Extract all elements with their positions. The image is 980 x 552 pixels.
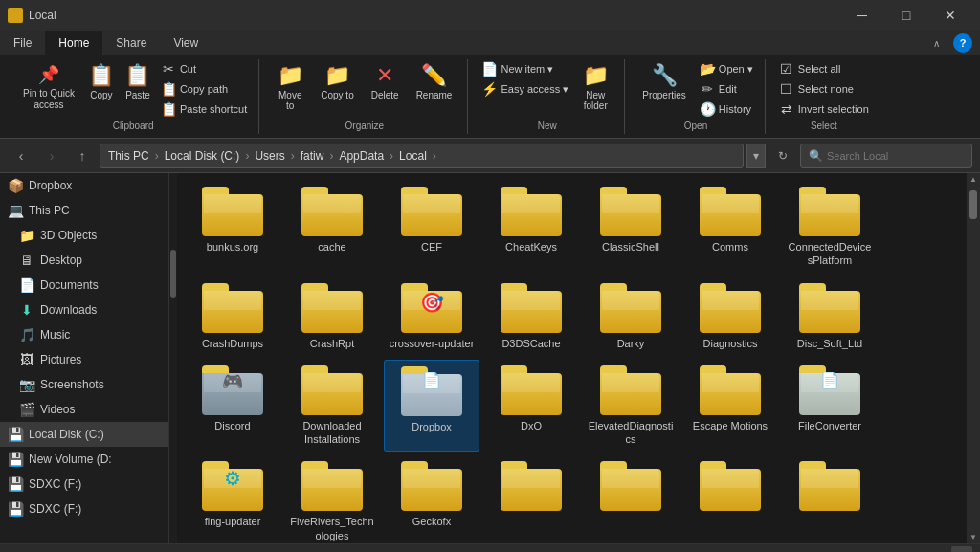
folder-fiverivers-icon [301,461,363,511]
folder-extra3[interactable] [682,455,778,543]
sidebar-item-music[interactable]: 🎵 Music [0,322,168,347]
folder-extra4[interactable] [782,455,878,543]
refresh-button[interactable]: ↻ [769,143,796,169]
sidebar-item-downloads[interactable]: ⬇ Downloads [0,298,168,322]
folder-connecteddevices[interactable]: ConnectedDevicesPlatform [782,181,878,274]
tab-share[interactable]: Share [102,31,160,55]
new-item-button[interactable]: 📄New item ▾ [478,59,572,78]
history-button[interactable]: 🕐History [696,99,757,119]
folder-cef[interactable]: CEF [384,181,479,274]
status-bar: 140 items | 1 item selected ⊞ ≡ [0,543,980,552]
select-all-button[interactable]: ☑Select all [775,59,873,78]
search-box[interactable]: 🔍 Search Local [800,144,972,168]
path-dropdown-btn[interactable]: ▾ [746,144,766,168]
close-button[interactable]: ✕ [928,0,972,31]
sidebar-item-sdxc1[interactable]: 💾 SDXC (F:) [0,472,168,497]
folder-d3dscache[interactable]: D3DSCache [483,277,579,356]
folder-fing[interactable]: ⚙ fing-updater [185,455,280,543]
sidebar-item-newvolume[interactable]: 💾 New Volume (D: [0,447,168,472]
new-folder-button[interactable]: 📁 Newfolder [574,59,616,115]
folder-downloaded[interactable]: Downloaded Installations [284,360,380,453]
folder-darky[interactable]: Darky [583,277,679,356]
open-button[interactable]: 📂Open ▾ [696,59,757,78]
path-appdata[interactable]: AppData [339,149,384,163]
copy-button[interactable]: 📋 Copy [84,59,119,104]
tab-view[interactable]: View [160,31,212,55]
sidebar-scrollbar-thumb[interactable] [170,250,176,298]
folder-escape[interactable]: Escape Motions [682,360,778,453]
folder-crashdumps[interactable]: CrashDumps [185,277,280,356]
folder-cache-icon [301,187,363,236]
path-user[interactable]: fatiw [301,149,324,163]
folder-crashrpt[interactable]: CrashRpt [284,277,380,356]
ribbon-collapse-btn[interactable]: ∧ [923,30,949,56]
pin-quick-access-button[interactable]: 📌 Pin to Quickaccess [15,59,82,115]
forward-button[interactable]: › [38,143,65,169]
maximize-button[interactable]: □ [884,0,928,31]
path-thispc[interactable]: This PC [108,149,149,163]
folder-discord[interactable]: 🎮 Discord [185,360,280,453]
sidebar-item-screenshots[interactable]: 📷 Screenshots [0,372,168,397]
sidebar-item-thispc[interactable]: 💻 This PC [0,198,168,223]
move-to-button[interactable]: 📁 Moveto [269,59,311,115]
scrollbar-thumb[interactable] [969,190,977,219]
folder-extra1[interactable] [483,455,579,543]
folder-diagnostics[interactable]: Diagnostics [682,277,778,356]
cut-button[interactable]: ✂Cut [157,59,251,78]
sidebar-item-dropbox[interactable]: 📦 Dropbox [0,173,168,198]
address-path[interactable]: This PC › Local Disk (C:) › Users › fati… [100,144,744,168]
copy-path-button[interactable]: 📋Copy path [157,79,251,99]
sidebar-label-documents: Documents [40,278,99,292]
main-area: 📦 Dropbox 💻 This PC 📁 3D Objects 🖥 Deskt… [0,173,980,543]
sidebar-item-3dobjects[interactable]: 📁 3D Objects [0,223,168,248]
sidebar-item-pictures[interactable]: 🖼 Pictures [0,347,168,372]
sidebar-label-downloads: Downloads [40,303,97,317]
sidebar-item-localdisk[interactable]: 💾 Local Disk (C:) [0,422,168,447]
vertical-scrollbar[interactable]: ▲ ▼ [967,173,980,543]
up-button[interactable]: ↑ [69,143,96,169]
paste-shortcut-button[interactable]: 📋Paste shortcut [157,99,251,119]
list-view-button[interactable]: ≡ [951,546,972,553]
folder-cache[interactable]: cache [284,181,380,274]
sidebar-item-videos[interactable]: 🎬 Videos [0,397,168,422]
folder-geckofx[interactable]: Geckofx [384,455,479,543]
folder-crossover[interactable]: 🎯 crossover-updater [384,277,479,356]
folder-elevated[interactable]: ElevatedDiagnostics [583,360,679,453]
help-btn[interactable]: ? [953,33,972,53]
folder-comms[interactable]: Comms [682,181,778,274]
minimize-button[interactable]: ─ [840,0,884,31]
folder-classicshell[interactable]: ClassicShell [583,181,679,274]
folder-fileconverter[interactable]: 📄 FileConverter [782,360,878,453]
tab-home[interactable]: Home [45,31,102,55]
paste-button[interactable]: 📋 Paste [121,59,155,104]
videos-icon: 🎬 [19,402,34,417]
folder-extra2-icon [600,461,661,511]
easy-access-button[interactable]: ⚡Easy access ▾ [478,79,572,99]
properties-button[interactable]: 🔧 Properties [635,59,694,104]
path-localdisk[interactable]: Local Disk (C:) [165,149,240,163]
path-local[interactable]: Local [399,149,427,163]
sidebar-item-desktop[interactable]: 🖥 Desktop [0,248,168,273]
folder-bunkus[interactable]: bunkus.org [185,181,280,274]
folder-discsoft[interactable]: Disc_Soft_Ltd [782,277,878,356]
invert-selection-button[interactable]: ⇄Invert selection [775,99,873,119]
folder-extra4-icon [799,461,860,511]
tab-file[interactable]: File [0,31,45,55]
edit-button[interactable]: ✏Edit [696,79,757,99]
select-none-button[interactable]: ☐Select none [775,79,873,99]
select-small-btns: ☑Select all ☐Select none ⇄Invert selecti… [775,59,873,119]
folder-cheatkeys[interactable]: CheatKeys [483,181,579,274]
folder-fiverivers[interactable]: FiveRivers_Technologies [284,455,380,543]
window-title: Local [29,9,56,22]
rename-button[interactable]: ✏️ Rename [409,59,460,104]
folder-dropbox[interactable]: 📄 Dropbox [384,360,479,453]
icon-view-button[interactable]: ⊞ [926,546,947,553]
copy-to-button[interactable]: 📁 Copy to [313,59,361,104]
sidebar-item-sdxc2[interactable]: 💾 SDXC (F:) [0,497,168,521]
sidebar-item-documents[interactable]: 📄 Documents [0,273,168,298]
folder-dxo[interactable]: DxO [483,360,579,453]
delete-button[interactable]: ✕ Delete [364,59,407,104]
path-users[interactable]: Users [255,149,284,163]
back-button[interactable]: ‹ [8,143,34,169]
folder-extra2[interactable] [583,455,679,543]
